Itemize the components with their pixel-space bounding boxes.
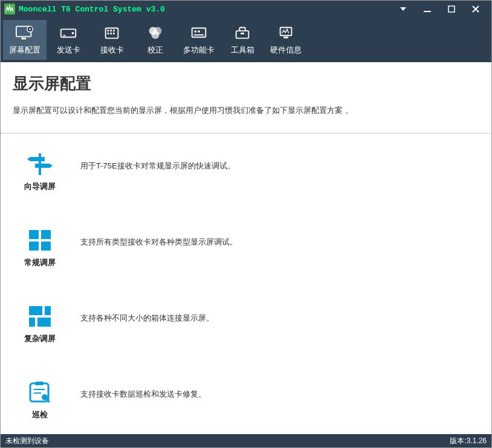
option-label: 巡检 — [32, 409, 48, 420]
svg-rect-36 — [37, 318, 51, 327]
svg-rect-16 — [113, 33, 115, 34]
toolbar-hw-info[interactable]: 硬件信息 — [264, 20, 308, 60]
toolbar-label: 发送卡 — [57, 45, 80, 56]
option-label: 常规调屏 — [24, 257, 56, 268]
svg-point-19 — [151, 31, 159, 39]
toolbar-multi-card[interactable]: 多功能卡 — [177, 20, 221, 60]
toolbar-screen-config[interactable]: 屏幕配置 — [3, 20, 47, 60]
svg-rect-2 — [448, 6, 455, 12]
page-title: 显示屏配置 — [13, 73, 479, 94]
maximize-button[interactable] — [445, 5, 458, 13]
svg-rect-24 — [236, 31, 249, 38]
toolbar-label: 校正 — [147, 45, 163, 56]
svg-point-21 — [194, 30, 196, 33]
toolbox-icon — [233, 24, 252, 41]
window-controls — [397, 5, 488, 13]
multi-card-icon — [189, 24, 209, 41]
svg-rect-25 — [241, 33, 244, 34]
svg-point-6 — [29, 28, 31, 30]
option-inspect: 巡检 支持接收卡数据巡检和发送卡修复。 — [19, 380, 479, 420]
svg-rect-27 — [283, 37, 288, 39]
svg-rect-4 — [21, 37, 26, 39]
svg-rect-34 — [45, 306, 51, 315]
grid-icon — [27, 228, 53, 252]
inspect-icon — [27, 380, 53, 405]
option-normal: 常规调屏 支持所有类型接收卡对各种类型显示屏调试。 — [19, 228, 479, 268]
option-inspect-button[interactable]: 巡检 — [19, 380, 61, 420]
option-normal-button[interactable]: 常规调屏 — [19, 228, 61, 268]
window-title: Mooncell T6 Control System v3.0 — [19, 5, 397, 14]
status-version: 版本:3.1.26 — [450, 436, 487, 446]
toolbar-toolbox[interactable]: 工具箱 — [221, 20, 264, 60]
svg-rect-8 — [63, 35, 66, 36]
close-button[interactable] — [470, 5, 482, 13]
main-toolbar: 屏幕配置 发送卡 — [1, 18, 491, 62]
titlebar: Mooncell T6 Control System v3.0 — [1, 1, 491, 18]
svg-rect-14 — [107, 33, 109, 34]
toolbar-label: 多功能卡 — [183, 45, 215, 56]
toolbar-send-card[interactable]: 发送卡 — [47, 20, 90, 60]
screen-config-icon — [15, 24, 34, 41]
complex-icon — [27, 304, 53, 328]
app-window: Mooncell T6 Control System v3.0 — [0, 0, 492, 448]
svg-rect-38 — [35, 382, 44, 385]
hw-info-icon — [276, 24, 296, 41]
svg-rect-35 — [29, 318, 35, 327]
wizard-icon — [27, 152, 53, 176]
svg-rect-23 — [194, 34, 204, 36]
statusbar: 未检测到设备 版本:3.1.26 — [1, 434, 491, 447]
toolbar-recv-card[interactable]: 接收卡 — [90, 20, 134, 60]
option-label: 向导调屏 — [24, 181, 56, 192]
option-desc: 支持接收卡数据巡检和发送卡修复。 — [61, 380, 206, 400]
content-area: 显示屏配置 显示屏配置可以设计和配置您当前的显示屏，根据用户使用习惯我们准备了如… — [1, 62, 491, 434]
option-complex-button[interactable]: 复杂调屏 — [19, 304, 61, 344]
svg-rect-11 — [107, 30, 109, 31]
svg-point-22 — [198, 30, 200, 33]
svg-rect-30 — [41, 230, 51, 239]
option-complex: 复杂调屏 支持各种不同大小的箱体连接显示屏。 — [19, 304, 479, 344]
toolbar-label: 接收卡 — [100, 45, 124, 56]
app-logo-icon — [4, 4, 15, 14]
option-label: 复杂调屏 — [24, 333, 56, 344]
toolbar-calibrate[interactable]: 校正 — [134, 20, 177, 60]
toolbar-label: 屏幕配置 — [9, 45, 40, 56]
svg-rect-32 — [41, 242, 51, 251]
toolbar-label: 工具箱 — [231, 45, 254, 56]
calibrate-icon — [146, 24, 165, 41]
svg-rect-29 — [29, 230, 39, 239]
minimize-button[interactable] — [421, 5, 433, 13]
page-header: 显示屏配置 显示屏配置可以设计和配置您当前的显示屏，根据用户使用习惯我们准备了如… — [1, 62, 491, 133]
toolbar-label: 硬件信息 — [270, 45, 302, 56]
options-list: 向导调屏 用于T-75E接收卡对常规显示屏的快速调试。 常规调屏 — [1, 134, 491, 434]
svg-point-9 — [72, 32, 74, 34]
option-desc: 用于T-75E接收卡对常规显示屏的快速调试。 — [61, 152, 235, 171]
option-wizard: 向导调屏 用于T-75E接收卡对常规显示屏的快速调试。 — [19, 152, 479, 192]
option-desc: 支持所有类型接收卡对各种类型显示屏调试。 — [61, 228, 238, 248]
svg-rect-1 — [424, 11, 431, 12]
option-desc: 支持各种不同大小的箱体连接显示屏。 — [61, 304, 214, 324]
status-device: 未检测到设备 — [5, 436, 49, 446]
svg-rect-31 — [29, 242, 39, 251]
dropdown-icon[interactable] — [397, 5, 409, 13]
page-description: 显示屏配置可以设计和配置您当前的显示屏，根据用户使用习惯我们准备了如下显示屏配置… — [13, 105, 479, 126]
svg-rect-13 — [113, 30, 115, 31]
svg-rect-12 — [110, 30, 112, 31]
recv-card-icon — [102, 24, 121, 41]
svg-rect-33 — [29, 306, 42, 315]
send-card-icon — [59, 24, 78, 41]
option-wizard-button[interactable]: 向导调屏 — [19, 152, 61, 192]
svg-rect-15 — [110, 33, 112, 34]
